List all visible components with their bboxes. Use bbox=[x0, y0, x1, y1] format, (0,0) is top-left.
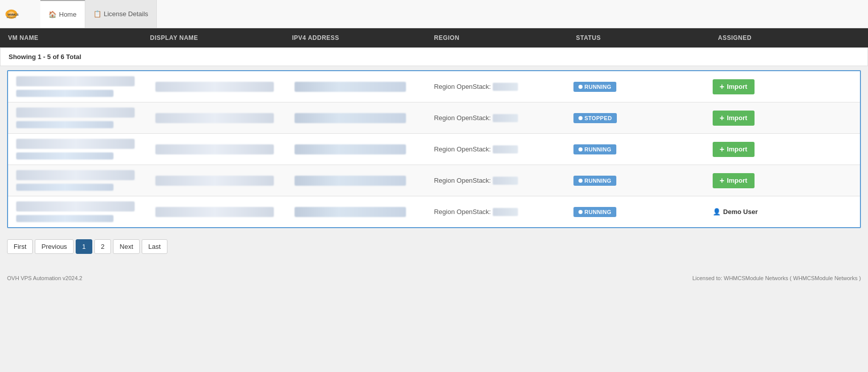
region-cell-3: Region OpenStack: bbox=[434, 145, 573, 153]
vm-name-blurred-sm bbox=[16, 90, 113, 97]
region-label: Region OpenStack: bbox=[434, 145, 491, 153]
nav-items: 🏠 Home 📋 License Details bbox=[40, 0, 157, 28]
display-name-cell-2 bbox=[155, 113, 295, 123]
last-label: Last bbox=[148, 243, 161, 250]
status-badge-running: RUNNING bbox=[573, 144, 616, 154]
status-dot bbox=[578, 147, 583, 151]
user-icon: 👤 bbox=[713, 208, 721, 216]
next-page-button[interactable]: Next bbox=[113, 239, 140, 254]
assigned-cell-2[interactable]: + Import bbox=[713, 111, 852, 126]
region-label: Region OpenStack: bbox=[434, 177, 491, 184]
vm-name-cell-4 bbox=[16, 170, 155, 191]
import-button[interactable]: + Import bbox=[713, 142, 755, 157]
import-button[interactable]: + Import bbox=[713, 111, 755, 126]
nav-home[interactable]: 🏠 Home bbox=[40, 0, 85, 28]
plus-icon: + bbox=[720, 176, 724, 185]
status-text: STOPPED bbox=[585, 115, 612, 121]
import-button[interactable]: + Import bbox=[713, 173, 755, 188]
vm-name-blurred bbox=[16, 108, 135, 118]
ipv4-blurred bbox=[295, 176, 406, 186]
ipv4-cell-4 bbox=[295, 176, 434, 186]
status-dot bbox=[578, 85, 583, 89]
ipv4-cell-5 bbox=[295, 207, 434, 217]
assigned-cell-5: 👤 Demo User bbox=[713, 208, 852, 216]
table-row: Region OpenStack: RUNNING 👤 Demo User bbox=[8, 196, 860, 227]
region-val-blurred bbox=[493, 145, 518, 153]
nav-license[interactable]: 📋 License Details bbox=[85, 0, 157, 28]
ipv4-cell-1 bbox=[295, 82, 434, 92]
region-cell-2: Region OpenStack: bbox=[434, 114, 573, 122]
ipv4-blurred bbox=[295, 82, 406, 92]
region-label: Region OpenStack: bbox=[434, 114, 491, 122]
import-label: Import bbox=[727, 83, 747, 90]
assigned-cell-1[interactable]: + Import bbox=[713, 79, 852, 94]
display-name-blurred bbox=[155, 207, 274, 217]
plus-icon: + bbox=[720, 145, 724, 154]
status-dot bbox=[578, 116, 583, 120]
status-badge-running: RUNNING bbox=[573, 82, 616, 92]
last-page-button[interactable]: Last bbox=[142, 239, 167, 254]
page1-label: 1 bbox=[82, 243, 86, 250]
status-cell-3: RUNNING bbox=[573, 144, 713, 154]
ipv4-cell-2 bbox=[295, 113, 434, 123]
status-cell-5: RUNNING bbox=[573, 207, 713, 217]
first-page-button[interactable]: First bbox=[7, 239, 33, 254]
display-name-blurred bbox=[155, 144, 274, 154]
status-badge-stopped: STOPPED bbox=[573, 113, 617, 123]
status-badge-running: RUNNING bbox=[573, 176, 616, 186]
status-text: RUNNING bbox=[585, 84, 611, 90]
vm-name-blurred-sm bbox=[16, 152, 113, 160]
table-row: Region OpenStack: RUNNING + Import bbox=[8, 71, 860, 102]
plus-icon: + bbox=[720, 82, 724, 91]
showing-info: Showing 1 - 5 of 6 Total bbox=[0, 47, 868, 66]
region-label: Region OpenStack: bbox=[434, 83, 491, 90]
status-text: RUNNING bbox=[585, 209, 611, 215]
import-label: Import bbox=[727, 114, 747, 122]
region-val-blurred bbox=[493, 208, 518, 216]
import-button[interactable]: + Import bbox=[713, 79, 755, 94]
assigned-cell-3[interactable]: + Import bbox=[713, 142, 852, 157]
status-dot bbox=[578, 210, 583, 214]
status-text: RUNNING bbox=[585, 178, 611, 184]
region-val-blurred bbox=[493, 83, 518, 91]
previous-label: Previous bbox=[41, 243, 67, 250]
display-name-cell-5 bbox=[155, 207, 295, 217]
vm-name-blurred-sm bbox=[16, 121, 113, 128]
footer-right: Licensed to: WHMCSModule Networks ( WHMC… bbox=[692, 275, 861, 281]
region-label: Region OpenStack: bbox=[434, 208, 491, 216]
import-label: Import bbox=[727, 145, 747, 153]
col-region: REGION bbox=[434, 33, 576, 42]
vm-name-cell-5 bbox=[16, 201, 155, 222]
showing-text: Showing 1 - 5 of 6 Total bbox=[9, 53, 81, 61]
col-status: STATUS bbox=[576, 33, 718, 42]
nav-home-label: Home bbox=[59, 11, 77, 18]
region-cell-5: Region OpenStack: bbox=[434, 208, 573, 216]
previous-page-button[interactable]: Previous bbox=[35, 239, 74, 254]
table-row: Region OpenStack: RUNNING + Import bbox=[8, 165, 860, 196]
footer: OVH VPS Automation v2024.2 Licensed to: … bbox=[0, 271, 868, 285]
whmcs-logo: WHMCS MODULES bbox=[5, 5, 30, 23]
home-icon: 🏠 bbox=[48, 11, 56, 18]
assigned-cell-4[interactable]: + Import bbox=[713, 173, 852, 188]
import-label: Import bbox=[727, 177, 747, 184]
ipv4-blurred bbox=[295, 207, 406, 217]
demo-user-label: 👤 Demo User bbox=[713, 208, 852, 216]
col-display-name: DISPLAY NAME bbox=[150, 33, 293, 42]
page-1-button[interactable]: 1 bbox=[76, 239, 92, 254]
vm-table: Region OpenStack: RUNNING + Import bbox=[7, 70, 861, 228]
page-2-button[interactable]: 2 bbox=[94, 239, 111, 254]
first-label: First bbox=[14, 243, 26, 250]
logo-area: WHMCS MODULES bbox=[5, 5, 30, 23]
license-icon: 📋 bbox=[93, 10, 101, 18]
vm-name-blurred bbox=[16, 201, 135, 211]
display-name-blurred bbox=[155, 82, 274, 92]
status-dot bbox=[578, 179, 583, 183]
vm-name-cell-2 bbox=[16, 108, 155, 128]
table-row: Region OpenStack: RUNNING + Import bbox=[8, 134, 860, 165]
display-name-cell-3 bbox=[155, 144, 295, 154]
plus-icon: + bbox=[720, 114, 724, 123]
table-row: Region OpenStack: STOPPED + Import bbox=[8, 102, 860, 134]
vm-name-blurred bbox=[16, 139, 135, 149]
display-name-cell-1 bbox=[155, 82, 295, 92]
vm-name-cell-3 bbox=[16, 139, 155, 160]
